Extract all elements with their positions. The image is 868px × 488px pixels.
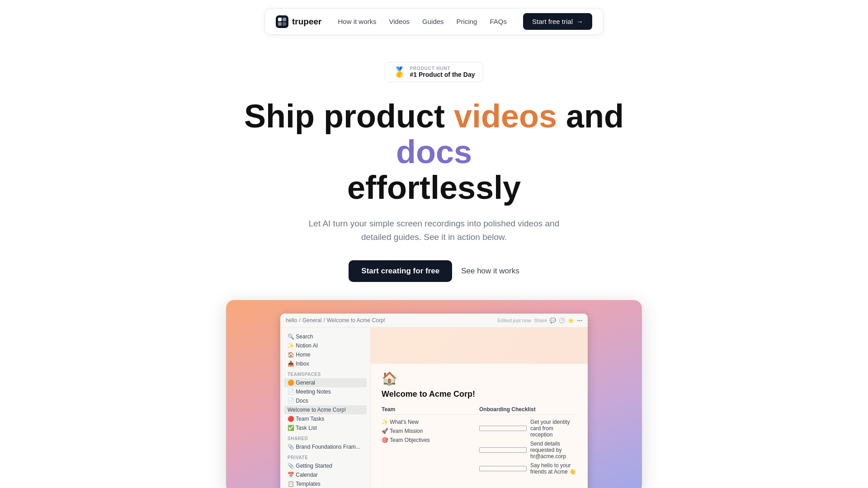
sidebar-item-home[interactable]: 🏠 Home (284, 350, 367, 359)
notion-actions: Edited just now Share 💬 🕐 ⭐ ••• (497, 318, 582, 324)
hero-heading-effortlessly: effortlessly (347, 169, 521, 206)
table-row-whats-new: ✨ What's New (382, 418, 479, 427)
sidebar-item-welcome[interactable]: Welcome to Acme Corp! (284, 405, 367, 414)
sidebar-item-general[interactable]: 🟠 General (284, 378, 367, 387)
table-col-team: Team (382, 406, 479, 413)
notion-cover (371, 328, 588, 364)
sidebar-item-search[interactable]: 🔍 Search (284, 332, 367, 341)
notion-edited-label: Edited just now (497, 318, 531, 323)
sidebar-item-getting-started[interactable]: 📎 Getting Started (284, 461, 367, 470)
navbar-wrapper: trupeer How it works Videos Guides Prici… (0, 0, 868, 35)
nav-videos[interactable]: Videos (389, 18, 410, 25)
svg-rect-2 (283, 18, 286, 21)
notion-breadcrumb-page: Welcome to Acme Corp! (327, 317, 385, 324)
notion-clock-icon[interactable]: 🕐 (559, 318, 565, 324)
notion-body: 🔍 Search ✨ Notion AI 🏠 Home 📥 Inbox Team… (280, 328, 588, 488)
demo-section: hello / General / Welcome to Acme Corp! … (0, 300, 868, 488)
table-row-checklist-1: Get your identity card from reception (479, 418, 577, 439)
sidebar-item-inbox[interactable]: 📥 Inbox (284, 359, 367, 368)
see-how-it-works-link[interactable]: See how it works (461, 267, 519, 276)
navbar: trupeer How it works Videos Guides Prici… (264, 8, 604, 35)
sidebar-item-notion-ai[interactable]: ✨ Notion AI (284, 341, 367, 350)
notion-table: Team Onboarding Checklist ✨ What's New � (382, 406, 577, 476)
notion-page-icon: 🏠 (382, 371, 577, 386)
demo-container: hello / General / Welcome to Acme Corp! … (226, 300, 642, 488)
notion-breadcrumb: hello / General / Welcome to Acme Corp! (286, 317, 495, 324)
nav-pricing[interactable]: Pricing (457, 18, 477, 25)
logo-icon (276, 15, 288, 28)
table-row-checklist-3: Say hello to your friends at Acme 👋 (479, 461, 577, 476)
sidebar-item-templates[interactable]: 📋 Templates (284, 479, 367, 488)
sidebar-item-calendar[interactable]: 📅 Calendar (284, 470, 367, 479)
product-hunt-label: PRODUCT HUNT (410, 66, 451, 71)
svg-rect-0 (276, 15, 288, 28)
svg-rect-1 (278, 18, 282, 21)
notion-team-col: ✨ What's New 🚀 Team Mission 🎯 Team Objec… (382, 418, 479, 476)
hero-heading-part2: and (557, 98, 624, 134)
nav-faqs[interactable]: FAQs (490, 18, 507, 25)
sidebar-private-label: Private (284, 451, 367, 461)
nav-cta-arrow: → (576, 18, 583, 25)
nav-guides[interactable]: Guides (422, 18, 444, 25)
notion-content: 🏠 Welcome to Acme Corp! Team Onboarding … (371, 328, 588, 488)
sidebar-item-brand[interactable]: 📎 Brand Foundations Fram... (284, 442, 367, 451)
hero-heading-part1: Ship product (244, 98, 454, 134)
table-row-team-mission: 🚀 Team Mission (382, 427, 479, 436)
hero-heading-docs: docs (396, 134, 472, 170)
nav-how-it-works[interactable]: How it works (338, 18, 376, 25)
svg-rect-3 (278, 22, 282, 26)
notion-sidebar: 🔍 Search ✨ Notion AI 🏠 Home 📥 Inbox Team… (280, 328, 371, 488)
svg-rect-4 (283, 22, 286, 26)
product-hunt-text: PRODUCT HUNT #1 Product of the Day (410, 66, 475, 78)
notion-window: hello / General / Welcome to Acme Corp! … (280, 314, 588, 488)
sidebar-teamspaces-label: Teamspaces (284, 368, 367, 378)
medal-emoji: 🥇 (393, 66, 406, 78)
start-creating-button[interactable]: Start creating for free (349, 260, 452, 282)
table-row-checklist-2: Send details requested by hr@acme.corp (479, 439, 577, 461)
logo[interactable]: trupeer (276, 15, 321, 28)
sidebar-item-docs[interactable]: 📄 Docs (284, 396, 367, 405)
sidebar-item-team-tasks[interactable]: 🔴 Team Tasks (284, 414, 367, 423)
hero-buttons: Start creating for free See how it works (349, 260, 519, 282)
notion-checklist-col: Get your identity card from reception Se… (479, 418, 577, 476)
sidebar-shared-label: Shared (284, 432, 367, 442)
notion-page-body: 🏠 Welcome to Acme Corp! Team Onboarding … (371, 364, 588, 483)
logo-text: trupeer (292, 17, 321, 27)
notion-titlebar: hello / General / Welcome to Acme Corp! … (280, 314, 588, 328)
nav-cta-label: Start free trial (532, 18, 573, 25)
hero-heading-videos: videos (454, 98, 557, 134)
breadcrumb-sep1: / (299, 317, 300, 324)
notion-star-icon[interactable]: ⭐ (568, 318, 574, 324)
product-hunt-badge: 🥇 PRODUCT HUNT #1 Product of the Day (385, 62, 484, 82)
notion-more-icon[interactable]: ••• (577, 318, 582, 323)
breadcrumb-sep2: / (323, 317, 325, 324)
sidebar-item-task-list[interactable]: ✅ Task List (284, 423, 367, 432)
table-row-team-objectives: 🎯 Team Objectives (382, 436, 479, 445)
nav-links: How it works Videos Guides Pricing FAQs (338, 18, 507, 25)
product-hunt-title: #1 Product of the Day (410, 71, 475, 78)
start-free-trial-button[interactable]: Start free trial → (523, 13, 592, 30)
notion-breadcrumb-general: General (302, 317, 322, 324)
notion-workspace: hello (286, 317, 297, 324)
hero-subheading: Let AI turn your simple screen recording… (307, 217, 561, 244)
hero-section: 🥇 PRODUCT HUNT #1 Product of the Day Shi… (0, 35, 868, 300)
hero-heading: Ship product videos and docs effortlessl… (231, 99, 637, 206)
notion-table-headers: Team Onboarding Checklist (382, 406, 577, 415)
table-col-onboarding: Onboarding Checklist (479, 406, 577, 413)
notion-table-body: ✨ What's New 🚀 Team Mission 🎯 Team Objec… (382, 418, 577, 476)
notion-page-title: Welcome to Acme Corp! (382, 389, 577, 399)
notion-comment-icon[interactable]: 💬 (550, 318, 556, 324)
sidebar-item-meeting-notes[interactable]: 📄 Meeting Notes (284, 387, 367, 396)
notion-share-button[interactable]: Share (534, 318, 547, 323)
